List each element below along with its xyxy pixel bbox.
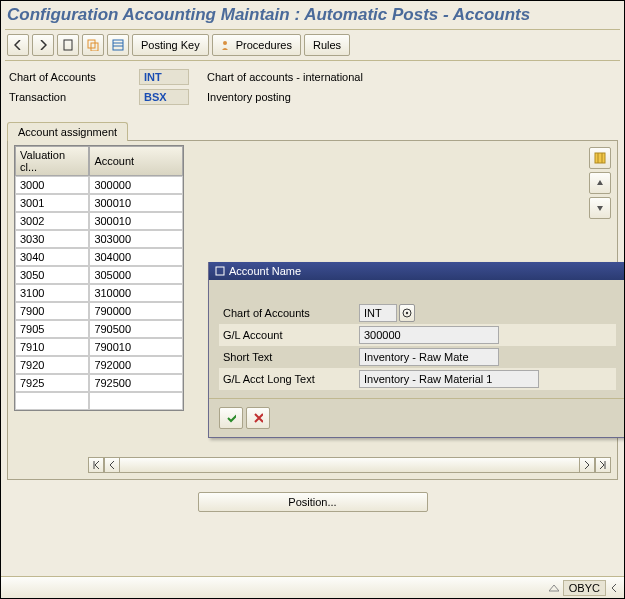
back-icon[interactable] (7, 34, 29, 56)
svg-rect-1 (88, 40, 95, 48)
scroll-track[interactable] (120, 457, 579, 473)
dlg-chart-label: Chart of Accounts (219, 307, 359, 319)
svg-point-6 (223, 41, 227, 45)
table-row[interactable]: 7900790000 (15, 302, 183, 320)
table-settings-icon[interactable] (589, 147, 611, 169)
forward-icon[interactable] (32, 34, 54, 56)
table-row[interactable]: 7910790010 (15, 338, 183, 356)
page-title: Configuration Accounting Maintain : Auto… (1, 1, 624, 29)
cell-valuation-class[interactable]: 3002 (15, 212, 89, 230)
table-row[interactable]: 3050305000 (15, 266, 183, 284)
transaction-label: Transaction (9, 91, 139, 103)
dlg-short-label: Short Text (219, 351, 359, 363)
cell-account[interactable]: 310000 (89, 284, 183, 302)
check-icon (226, 412, 236, 424)
table-row[interactable]: 3030303000 (15, 230, 183, 248)
copy-icon[interactable] (82, 34, 104, 56)
chevron-left-icon[interactable] (610, 584, 618, 592)
cell-valuation-class[interactable]: 7905 (15, 320, 89, 338)
posting-key-button[interactable]: Posting Key (132, 34, 209, 56)
scroll-down-icon[interactable] (589, 197, 611, 219)
tcode-field: OBYC (563, 580, 606, 596)
svg-rect-0 (64, 40, 72, 50)
dlg-long-label: G/L Acct Long Text (219, 373, 359, 385)
svg-rect-7 (595, 153, 605, 163)
cell-valuation-class[interactable]: 3100 (15, 284, 89, 302)
cell-account[interactable]: 300010 (89, 212, 183, 230)
position-button[interactable]: Position... (198, 492, 428, 512)
cell-account[interactable]: 304000 (89, 248, 183, 266)
person-icon (221, 40, 233, 50)
svg-rect-3 (113, 40, 123, 50)
dlg-chart-input[interactable] (359, 304, 397, 322)
dialog-title: Account Name (229, 265, 301, 277)
chart-of-accounts-label: Chart of Accounts (9, 71, 139, 83)
cell-valuation-class[interactable]: 3030 (15, 230, 89, 248)
window-icon (215, 266, 225, 276)
cell-valuation-class[interactable]: 7910 (15, 338, 89, 356)
ok-button[interactable] (219, 407, 243, 429)
cell-account[interactable]: 300010 (89, 194, 183, 212)
table-row[interactable]: 3000300000 (15, 176, 183, 194)
svg-rect-2 (91, 43, 98, 51)
cell-valuation-class[interactable]: 3050 (15, 266, 89, 284)
svg-rect-12 (216, 267, 224, 275)
cell-valuation-class[interactable]: 7900 (15, 302, 89, 320)
dlg-gl-value (359, 326, 499, 344)
cell-account[interactable]: 300000 (89, 176, 183, 194)
status-bar: OBYC (1, 576, 624, 598)
table-row[interactable]: 7905790500 (15, 320, 183, 338)
scroll-last-icon[interactable] (595, 457, 611, 473)
chart-of-accounts-value: INT (139, 69, 189, 85)
cell-valuation-class[interactable]: 7925 (15, 374, 89, 392)
close-icon (253, 412, 263, 424)
create-icon[interactable] (57, 34, 79, 56)
dlg-long-value (359, 370, 539, 388)
rules-button[interactable]: Rules (304, 34, 350, 56)
transaction-desc: Inventory posting (189, 91, 291, 103)
cell-account[interactable]: 790010 (89, 338, 183, 356)
cell-account[interactable]: 792000 (89, 356, 183, 374)
cell-account[interactable] (89, 392, 183, 410)
cell-valuation-class[interactable] (15, 392, 89, 410)
horizontal-scrollbar[interactable] (88, 457, 611, 473)
svg-point-13 (403, 309, 411, 317)
scroll-left-icon[interactable] (104, 457, 120, 473)
table-row[interactable]: 7920792000 (15, 356, 183, 374)
cell-valuation-class[interactable]: 3040 (15, 248, 89, 266)
cell-valuation-class[interactable]: 3000 (15, 176, 89, 194)
cell-account[interactable]: 792500 (89, 374, 183, 392)
cell-valuation-class[interactable]: 3001 (15, 194, 89, 212)
account-grid[interactable]: Valuation cl... Account 3000300000300130… (14, 145, 184, 411)
scroll-up-icon[interactable] (589, 172, 611, 194)
scroll-first-icon[interactable] (88, 457, 104, 473)
table-row[interactable]: 3002300010 (15, 212, 183, 230)
svg-point-14 (406, 312, 408, 314)
cell-account[interactable]: 790000 (89, 302, 183, 320)
dlg-gl-label: G/L Account (219, 329, 359, 341)
table-row[interactable] (15, 392, 183, 410)
dialog-titlebar[interactable]: Account Name (209, 262, 625, 280)
toolbar: Posting Key Procedures Rules (1, 30, 624, 60)
table-row[interactable]: 3001300010 (15, 194, 183, 212)
cell-account[interactable]: 305000 (89, 266, 183, 284)
tab-account-assignment[interactable]: Account assignment (7, 122, 128, 141)
cell-valuation-class[interactable]: 7920 (15, 356, 89, 374)
scroll-right-icon[interactable] (579, 457, 595, 473)
list-icon[interactable] (107, 34, 129, 56)
transaction-value: BSX (139, 89, 189, 105)
account-name-dialog: Account Name Chart of Accounts G/L Accou… (208, 262, 625, 438)
procedures-label: Procedures (236, 39, 292, 51)
col-account[interactable]: Account (89, 146, 183, 176)
f4-help-icon[interactable] (399, 304, 415, 322)
dlg-short-value (359, 348, 499, 366)
procedures-button[interactable]: Procedures (212, 34, 301, 56)
chart-of-accounts-desc: Chart of accounts - international (189, 71, 363, 83)
table-row[interactable]: 3100310000 (15, 284, 183, 302)
table-row[interactable]: 7925792500 (15, 374, 183, 392)
col-valuation-class[interactable]: Valuation cl... (15, 146, 89, 176)
cancel-button[interactable] (246, 407, 270, 429)
cell-account[interactable]: 790500 (89, 320, 183, 338)
cell-account[interactable]: 303000 (89, 230, 183, 248)
table-row[interactable]: 3040304000 (15, 248, 183, 266)
